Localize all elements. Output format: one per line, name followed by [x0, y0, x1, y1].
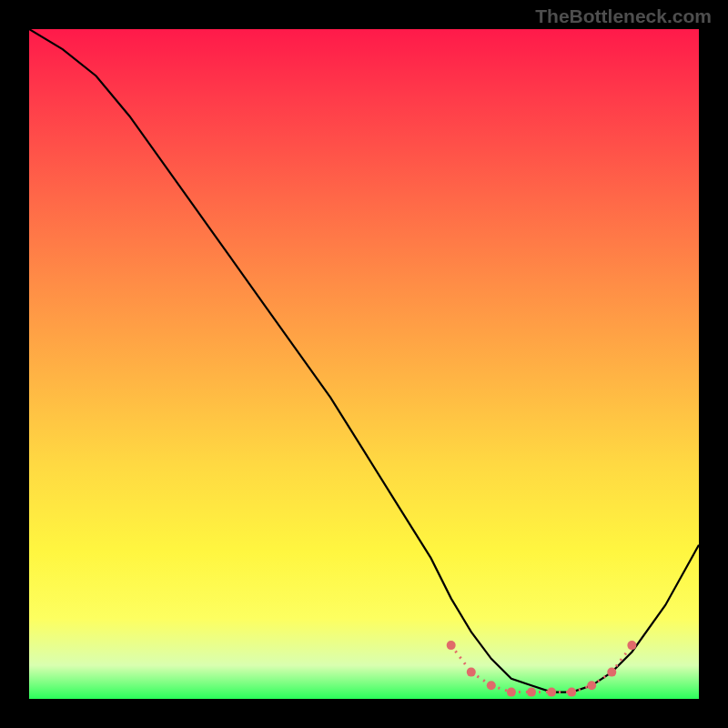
- optimal-dot: [627, 641, 636, 650]
- chart-container: TheBottleneck.com: [0, 0, 728, 728]
- bottleneck-curve-line: [29, 29, 699, 693]
- optimal-dot: [567, 688, 576, 697]
- optimal-connector: [451, 645, 471, 672]
- optimal-dot: [507, 688, 516, 697]
- optimal-dot: [547, 688, 556, 697]
- optimal-dot: [607, 668, 616, 677]
- optimal-dot: [527, 688, 536, 697]
- optimal-dot: [467, 668, 476, 677]
- optimal-dot: [487, 681, 496, 690]
- plot-area: [29, 29, 699, 699]
- optimal-dot: [587, 681, 596, 690]
- watermark-text: TheBottleneck.com: [535, 5, 712, 27]
- curve-svg: [29, 29, 699, 699]
- optimal-dot: [447, 641, 456, 650]
